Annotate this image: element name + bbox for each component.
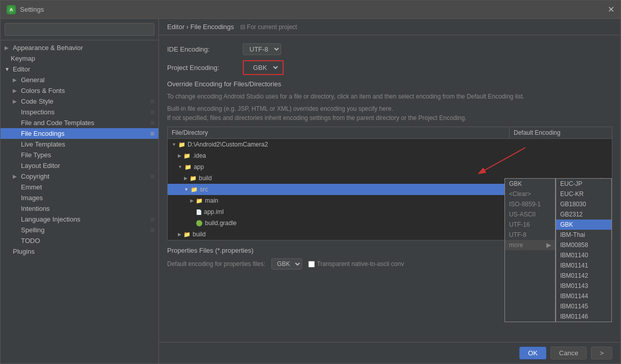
info2-text: Built-in file encoding (e.g. JSP, HTML o…: [167, 104, 612, 113]
info3-text: If not specified, files and directories …: [167, 114, 438, 122]
more-arrow: ▶: [546, 241, 551, 249]
dropdown-ibm01142[interactable]: IBM01142: [556, 271, 611, 281]
file-cell: ▶ 📁 main: [168, 196, 510, 205]
sidebar-item-emmet[interactable]: ▶ Emmet: [1, 182, 158, 192]
sidebar-item-code-style[interactable]: ▶ Code Style ⊞: [1, 96, 158, 107]
transparent-checkbox[interactable]: [308, 261, 315, 268]
folder-icon: 📁: [183, 153, 191, 159]
ide-encoding-select[interactable]: UTF-8: [243, 43, 281, 55]
project-encoding-label: Project Encoding:: [167, 64, 239, 71]
sidebar-label-intentions: Intentions: [21, 205, 50, 212]
close-button[interactable]: ✕: [608, 6, 614, 14]
dropdown-ibm01145[interactable]: IBM01145: [556, 301, 611, 311]
sidebar-item-todo[interactable]: ▶ TODO: [1, 235, 158, 246]
dropdown-ibm01143[interactable]: IBM01143: [556, 281, 611, 291]
table-row[interactable]: ▼ 📁 D:\Android2\CustomCamera2: [168, 139, 612, 150]
title-bar-left: A Settings: [7, 5, 44, 14]
dropdown-ibm01141[interactable]: IBM01141: [556, 260, 611, 271]
file-name: app.iml: [204, 208, 224, 215]
sidebar-item-editor[interactable]: ▼ Editor: [1, 64, 158, 75]
info1b-text: Default Encoding list.: [467, 93, 524, 100]
more-label: more: [509, 241, 523, 249]
enc-cell: [510, 155, 612, 157]
sidebar-item-plugins[interactable]: ▶ Plugins: [1, 246, 158, 257]
dropdown-utf16[interactable]: UTF-16: [505, 220, 555, 230]
dropdown-iso[interactable]: ISO-8859-1: [505, 199, 555, 209]
sidebar-label-general: General: [21, 76, 44, 84]
col-file-header: File/Directory: [168, 127, 510, 138]
file-icon: 📄: [196, 209, 202, 215]
dropdown-ibm01140[interactable]: IBM01140: [556, 250, 611, 260]
content-panel: IDE Encoding: UTF-8 Project Encoding: GB…: [159, 35, 620, 342]
file-cell: ▼ 📁 app: [168, 162, 510, 172]
sidebar-item-appearance[interactable]: ▶ Appearance & Behavior: [1, 42, 158, 53]
sidebar-item-language-injections[interactable]: ▶ Language Injections ⊞: [1, 214, 158, 225]
inspections-icon: ⊞: [150, 109, 154, 115]
expand-arrow-general: ▶: [13, 77, 19, 83]
app-icon: A: [7, 5, 16, 14]
gradle-icon: 🟢: [196, 220, 203, 227]
dropdown-gb18030[interactable]: GB18030: [556, 199, 611, 209]
props-encoding-select[interactable]: GBK: [271, 258, 302, 270]
expand-tri: ▼: [184, 187, 189, 192]
dropdown-eucjp[interactable]: EUC-JP: [556, 179, 611, 189]
table-row[interactable]: ▼ 📁 app: [168, 161, 612, 173]
sidebar-item-copyright[interactable]: ▶ Copyright ⊞: [1, 171, 158, 182]
ok-button[interactable]: OK: [519, 347, 546, 359]
sidebar-label-spelling: Spelling: [21, 226, 44, 234]
folder-icon: 📁: [185, 164, 192, 171]
props-label: Default encoding for properties files:: [167, 260, 265, 268]
project-encoding-select[interactable]: GBK: [247, 62, 280, 73]
dropdown-utf8[interactable]: UTF-8: [505, 230, 555, 240]
dropdown-clear[interactable]: <Clear>: [505, 189, 555, 199]
dropdown-gbk-selected[interactable]: GBK: [556, 220, 611, 230]
sidebar-item-file-types[interactable]: ▶ File Types: [1, 150, 158, 160]
override-heading: Override Encoding for Files/Directories: [167, 80, 612, 88]
dropdown-more[interactable]: more ▶: [505, 240, 555, 250]
cancel-button[interactable]: Cance: [550, 347, 587, 359]
file-name: D:\Android2\CustomCamera2: [188, 141, 268, 148]
checkbox-label: Transparent native-to-ascii conv: [308, 260, 404, 268]
ide-encoding-label: IDE Encoding:: [167, 45, 239, 53]
sidebar-item-inspections[interactable]: ▶ Inspections ⊞: [1, 107, 158, 117]
expand-tri: ▶: [190, 198, 194, 203]
sidebar-item-colors-fonts[interactable]: ▶ Colors & Fonts: [1, 85, 158, 96]
expand-tri: ▼: [172, 142, 176, 147]
search-input[interactable]: [5, 23, 154, 36]
breadcrumb-bar: Editor › File Encodings ⊟ For current pr…: [159, 19, 620, 35]
expand-tri: ▼: [178, 164, 182, 169]
dropdown-euckr[interactable]: EUC-KR: [556, 189, 611, 199]
title-bar: A Settings ✕: [1, 1, 620, 19]
sidebar-item-live-templates[interactable]: ▶ Live Templates: [1, 139, 158, 150]
sidebar-item-file-encodings[interactable]: ▶ File Encodings ⊞: [1, 128, 158, 139]
dropdown-ibm01144[interactable]: IBM01144: [556, 291, 611, 301]
dialog-title: Settings: [20, 6, 44, 13]
sidebar-item-intentions[interactable]: ▶ Intentions: [1, 203, 158, 214]
sidebar: ▶ Appearance & Behavior Keymap ▼ Editor …: [1, 19, 159, 363]
folder-icon: 📁: [183, 231, 191, 238]
dialog-buttons: OK Cance >: [159, 342, 620, 363]
dropdown-ibm00858[interactable]: IBM00858: [556, 240, 611, 250]
sidebar-item-general[interactable]: ▶ General: [1, 75, 158, 85]
content-area: Editor › File Encodings ⊟ For current pr…: [159, 19, 620, 363]
table-row[interactable]: ▶ 📁 .idea: [168, 150, 612, 161]
main-content: ▶ Appearance & Behavior Keymap ▼ Editor …: [1, 19, 620, 363]
sidebar-label-keymap: Keymap: [11, 55, 35, 62]
sidebar-item-images[interactable]: ▶ Images: [1, 192, 158, 203]
sidebar-item-spelling[interactable]: ▶ Spelling ⊞: [1, 225, 158, 235]
file-enc-icon: ⊞: [150, 131, 154, 136]
encoding-left-panel: GBK <Clear> ISO-8859-1 US-ASCII UTF-16 U…: [504, 178, 556, 322]
sidebar-item-file-code-templates[interactable]: ▶ File and Code Templates ⊞: [1, 117, 158, 128]
expand-arrow-copyright: ▶: [13, 174, 19, 179]
file-table-header: File/Directory Default Encoding: [168, 127, 612, 139]
file-name: src: [200, 186, 208, 193]
dropdown-ibm01146[interactable]: IBM01146: [556, 311, 611, 322]
sidebar-item-layout-editor[interactable]: ▶ Layout Editor: [1, 160, 158, 171]
apply-button[interactable]: >: [591, 347, 612, 359]
dropdown-ibmthai[interactable]: IBM-Thai: [556, 230, 611, 240]
breadcrumb-path: Editor › File Encodings: [167, 23, 234, 31]
dropdown-usascii[interactable]: US-ASCII: [505, 209, 555, 220]
sidebar-item-keymap[interactable]: Keymap: [1, 53, 158, 64]
dropdown-gb2312[interactable]: GB2312: [556, 209, 611, 220]
expand-arrow-code-style: ▶: [13, 99, 19, 104]
